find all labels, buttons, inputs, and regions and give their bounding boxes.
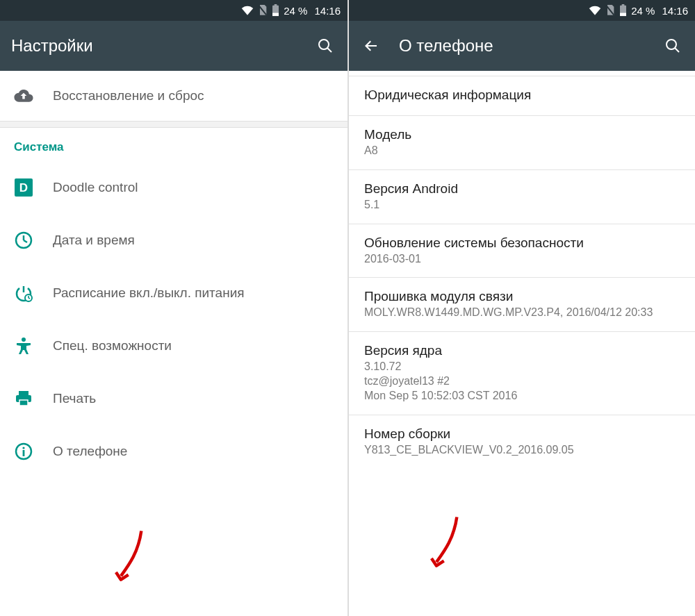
power-schedule-icon [14, 283, 33, 303]
status-bar: 24 % 14:16 [0, 0, 348, 21]
row-print[interactable]: Печать [0, 372, 348, 425]
back-button[interactable] [360, 35, 382, 57]
row-label: Дата и время [53, 233, 135, 248]
clock-time: 14:16 [662, 5, 688, 17]
battery-percent: 24 % [284, 5, 307, 17]
svg-rect-24 [620, 13, 626, 17]
svg-line-13 [28, 298, 30, 299]
about-content: Юридическая информация Модель A8 Версия … [349, 71, 695, 616]
settings-screen: 24 % 14:16 Настройки Восстановление и сб… [0, 0, 348, 616]
svg-rect-3 [272, 13, 279, 17]
svg-rect-2 [275, 4, 277, 6]
row-accessibility[interactable]: Спец. возможности [0, 319, 348, 372]
about-phone-screen: 24 % 14:16 О телефоне Юридическая информ… [348, 0, 695, 616]
status-bar: 24 % 14:16 [349, 0, 695, 21]
printer-icon [14, 389, 33, 408]
row-label: Doodle control [53, 180, 138, 195]
row-power-schedule[interactable]: Расписание вкл./выкл. питания [0, 267, 348, 319]
battery-percent: 24 % [631, 5, 655, 17]
svg-text:D: D [19, 181, 28, 194]
wifi-icon [589, 6, 601, 15]
info-title: Обновление системы безопасности [364, 235, 680, 251]
row-baseband[interactable]: Прошивка модуля связи MOLY.WR8.W1449.MD.… [349, 278, 695, 332]
d-square-icon: D [14, 178, 33, 197]
info-title: Версия ядра [364, 343, 680, 358]
svg-point-19 [22, 447, 24, 449]
info-sub: 2016-03-01 [364, 252, 680, 267]
arrow-back-icon [363, 38, 379, 54]
svg-line-10 [24, 240, 27, 242]
accessibility-icon [14, 336, 33, 356]
info-sub: 3.10.72 tcz@joyatel13 #2 Mon Sep 5 10:52… [364, 360, 680, 403]
svg-rect-15 [19, 391, 28, 395]
row-android-version[interactable]: Версия Android 5.1 [349, 170, 695, 224]
clock-time: 14:16 [314, 5, 341, 17]
row-kernel[interactable]: Версия ядра 3.10.72 tcz@joyatel13 #2 Mon… [349, 332, 695, 415]
settings-appbar: Настройки [0, 21, 348, 71]
cloud-upload-icon [14, 86, 33, 106]
row-label: Восстановление и сброс [53, 88, 204, 103]
search-button[interactable] [662, 35, 684, 57]
info-title: Юридическая информация [364, 88, 680, 103]
row-about-phone[interactable]: О телефоне [0, 425, 348, 478]
row-label: Спец. возможности [53, 338, 172, 353]
wifi-icon [241, 6, 254, 15]
svg-rect-17 [19, 400, 28, 406]
svg-line-5 [327, 48, 332, 52]
info-title: Версия Android [364, 181, 680, 197]
page-title: Настройки [11, 36, 297, 56]
info-title: Модель [364, 127, 680, 142]
info-title: Номер сборки [364, 426, 680, 442]
info-sub: A8 [364, 144, 680, 158]
about-appbar: О телефоне [349, 21, 695, 71]
search-button[interactable] [314, 35, 336, 57]
row-label: О телефоне [53, 444, 127, 459]
svg-point-14 [22, 338, 26, 342]
svg-line-26 [675, 48, 679, 52]
no-sim-icon [605, 5, 615, 16]
row-date-time[interactable]: Дата и время [0, 214, 348, 267]
svg-point-4 [319, 40, 329, 49]
clock-icon [14, 231, 33, 250]
row-build-number[interactable]: Номер сборки Y813_CE_BLACKVIEW_V0.2_2016… [349, 415, 695, 469]
page-title: О телефоне [399, 36, 645, 56]
battery-icon [272, 4, 279, 17]
row-backup-reset[interactable]: Восстановление и сброс [0, 71, 348, 121]
row-security-patch[interactable]: Обновление системы безопасности 2016-03-… [349, 224, 695, 278]
search-icon [664, 38, 681, 54]
search-icon [317, 38, 334, 54]
row-label: Печать [53, 391, 96, 406]
battery-icon [619, 4, 627, 17]
info-title: Прошивка модуля связи [364, 289, 680, 304]
info-sub: MOLY.WR8.W1449.MD.WG.MP.V23.P4, 2016/04/… [364, 306, 680, 320]
svg-rect-20 [23, 450, 25, 456]
row-label: Расписание вкл./выкл. питания [53, 285, 245, 301]
info-sub: Y813_CE_BLACKVIEW_V0.2_2016.09.05 [364, 443, 680, 458]
row-model[interactable]: Модель A8 [349, 116, 695, 170]
row-doodle-control[interactable]: D Doodle control [0, 161, 348, 214]
svg-point-25 [667, 40, 676, 49]
settings-content: Восстановление и сброс Система D Doodle … [0, 71, 348, 616]
svg-rect-23 [622, 4, 625, 6]
info-sub: 5.1 [364, 198, 680, 213]
section-header-system: Система [0, 128, 348, 161]
no-sim-icon [258, 5, 268, 16]
row-legal-info[interactable]: Юридическая информация [349, 76, 695, 116]
info-icon [14, 442, 33, 461]
